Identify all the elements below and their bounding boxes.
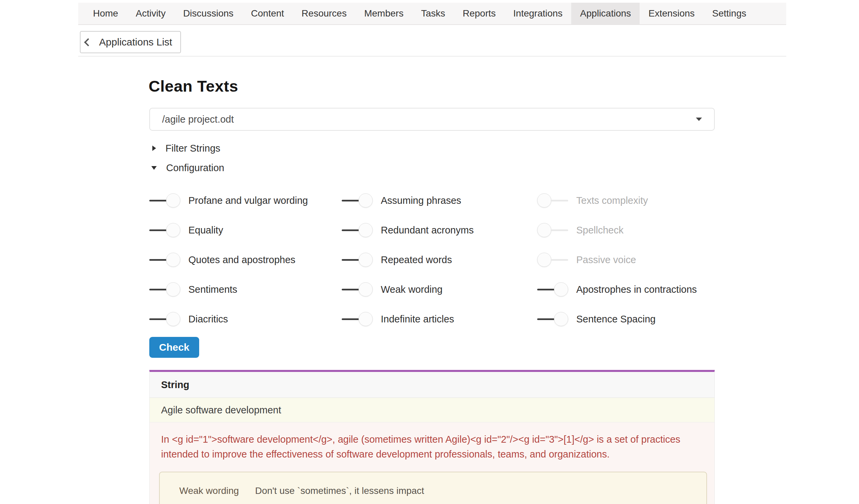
toggle-track xyxy=(149,289,167,290)
toggle-sentiments[interactable]: Sentiments xyxy=(149,275,342,304)
toggle-knob[interactable] xyxy=(537,253,551,267)
result-detail-row: In <g id="1">software development</g>, a… xyxy=(150,423,714,504)
toggle-passive-voice[interactable]: Passive voice xyxy=(537,245,697,275)
check-button[interactable]: Check xyxy=(149,337,199,358)
toggle-track xyxy=(342,229,359,231)
toggle-spellcheck[interactable]: Spellcheck xyxy=(537,215,697,245)
toggle-sentence-spacing[interactable]: Sentence Spacing xyxy=(537,304,697,334)
toggle-track xyxy=(537,318,555,320)
toggle-track xyxy=(342,318,359,320)
nav-item-settings[interactable]: Settings xyxy=(703,3,755,24)
nav-item-integrations[interactable]: Integrations xyxy=(504,3,571,24)
nav-item-home[interactable]: Home xyxy=(84,3,127,24)
toggle-label: Equality xyxy=(189,225,223,236)
toggle-label: Diacritics xyxy=(189,314,228,325)
filter-strings-section-toggle[interactable]: Filter Strings xyxy=(152,141,221,156)
nav-item-activity[interactable]: Activity xyxy=(127,3,175,24)
toggle-knob[interactable] xyxy=(359,223,373,237)
nav-item-resources[interactable]: Resources xyxy=(293,3,356,24)
back-button-label: Applications List xyxy=(99,36,172,48)
toggle-equality[interactable]: Equality xyxy=(149,215,342,245)
toggle-repeated-words[interactable]: Repeated words xyxy=(342,245,537,275)
toggle-knob[interactable] xyxy=(537,193,551,208)
toggle-track xyxy=(551,200,568,201)
triangle-right-icon xyxy=(152,146,156,151)
nav-item-applications[interactable]: Applications xyxy=(571,3,639,24)
toggle-knob[interactable] xyxy=(359,312,373,326)
toggle-label: Passive voice xyxy=(576,254,636,265)
toggle-knob[interactable] xyxy=(166,253,180,267)
toggle-label: Texts complexity xyxy=(576,195,648,206)
issue-message: Don't use `sometimes`, it lessens impact xyxy=(255,486,424,496)
top-navbar: HomeActivityDiscussionsContentResourcesM… xyxy=(78,3,786,25)
nav-item-members[interactable]: Members xyxy=(356,3,412,24)
toggle-redundant-acronyms[interactable]: Redundant acronyms xyxy=(342,215,537,245)
toggle-label: Sentence Spacing xyxy=(576,314,655,325)
toggle-profane-and-vulgar-wording[interactable]: Profane and vulgar wording xyxy=(149,186,342,215)
toggle-track xyxy=(342,289,359,290)
configuration-label: Configuration xyxy=(166,163,224,173)
page-title: Clean Texts xyxy=(149,77,238,95)
toggle-track xyxy=(551,229,568,231)
triangle-down-icon xyxy=(151,166,157,170)
toggle-track xyxy=(149,200,167,201)
toggle-track xyxy=(149,318,167,320)
toggle-track xyxy=(149,229,167,231)
chevron-left-icon xyxy=(84,38,92,46)
toggle-texts-complexity[interactable]: Texts complexity xyxy=(537,186,697,215)
toggle-apostrophes-in-contractions[interactable]: Apostrophes in contractions xyxy=(537,275,697,304)
issue-type: Weak wording xyxy=(179,486,239,496)
toggle-label: Redundant acronyms xyxy=(381,225,474,236)
toggle-track xyxy=(342,200,359,201)
results-table: String Agile software development In <g … xyxy=(149,370,715,504)
toggle-knob[interactable] xyxy=(554,312,568,326)
toggle-knob[interactable] xyxy=(166,193,180,208)
nav-item-tasks[interactable]: Tasks xyxy=(412,3,454,24)
toggle-knob[interactable] xyxy=(166,223,180,237)
toggle-knob[interactable] xyxy=(166,312,180,326)
toggle-track xyxy=(149,259,167,261)
toggle-track xyxy=(551,259,568,261)
toggle-label: Apostrophes in contractions xyxy=(576,284,697,295)
toggle-diacritics[interactable]: Diacritics xyxy=(149,304,342,334)
toggle-knob[interactable] xyxy=(359,253,373,267)
toggle-label: Repeated words xyxy=(381,254,452,265)
toggle-weak-wording[interactable]: Weak wording xyxy=(342,275,537,304)
source-text: In <g id="1">software development</g>, a… xyxy=(161,432,703,461)
caret-down-icon xyxy=(696,118,702,121)
nav-item-reports[interactable]: Reports xyxy=(454,3,504,24)
nav-item-discussions[interactable]: Discussions xyxy=(174,3,242,24)
toggle-indefinite-articles[interactable]: Indefinite articles xyxy=(342,304,537,334)
issue-box: Weak wording Don't use `sometimes`, it l… xyxy=(159,472,707,504)
toggle-label: Assuming phrases xyxy=(381,195,461,206)
nav-item-extensions[interactable]: Extensions xyxy=(639,3,703,24)
toggle-grid: Profane and vulgar wordingAssuming phras… xyxy=(149,186,697,334)
toggle-knob[interactable] xyxy=(537,223,551,237)
file-select-value: /agile project.odt xyxy=(162,114,696,125)
toggle-label: Spellcheck xyxy=(576,225,623,236)
toggle-label: Sentiments xyxy=(189,284,237,295)
results-header-string: String xyxy=(150,372,714,398)
toggle-knob[interactable] xyxy=(359,193,373,208)
applications-list-back-button[interactable]: Applications List xyxy=(80,31,181,53)
toggle-label: Weak wording xyxy=(381,284,442,295)
nav-item-content[interactable]: Content xyxy=(242,3,293,24)
configuration-section-toggle[interactable]: Configuration xyxy=(152,161,224,175)
header-divider xyxy=(78,56,786,57)
result-string-row[interactable]: Agile software development xyxy=(150,398,714,423)
toggle-label: Quotes and apostrophes xyxy=(189,254,296,265)
toggle-track xyxy=(537,289,555,290)
file-select-dropdown[interactable]: /agile project.odt xyxy=(149,108,715,131)
toggle-quotes-and-apostrophes[interactable]: Quotes and apostrophes xyxy=(149,245,342,275)
toggle-knob[interactable] xyxy=(359,282,373,296)
toggle-label: Profane and vulgar wording xyxy=(189,195,308,206)
filter-strings-label: Filter Strings xyxy=(165,143,221,154)
toggle-track xyxy=(342,259,359,261)
toggle-knob[interactable] xyxy=(554,282,568,296)
toggle-knob[interactable] xyxy=(166,282,180,296)
toggle-label: Indefinite articles xyxy=(381,314,454,325)
toggle-assuming-phrases[interactable]: Assuming phrases xyxy=(342,186,537,215)
